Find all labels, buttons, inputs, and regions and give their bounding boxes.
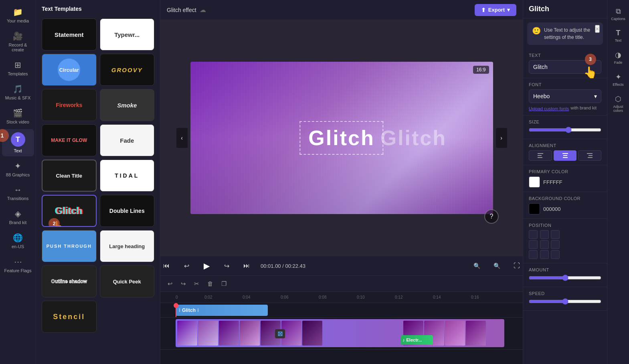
- sidebar-label-music: Music & SFX: [5, 95, 31, 100]
- canvas-glitch-text[interactable]: Glitch: [299, 121, 383, 155]
- duplicate-button[interactable]: ❐: [219, 279, 229, 289]
- template-large-heading[interactable]: Large heading: [100, 230, 155, 262]
- sidebar-item-templates[interactable]: ⊞ Templates: [2, 57, 34, 79]
- cut-button[interactable]: ✂: [192, 279, 202, 289]
- fullscreen-button[interactable]: ⛶: [511, 260, 523, 272]
- svg-rect-8: [588, 157, 593, 158]
- audio-clip[interactable]: ♪ Electr...: [401, 335, 433, 345]
- skip-back-button[interactable]: ⏮: [160, 260, 172, 272]
- canvas-nav-right-button[interactable]: ›: [496, 128, 507, 148]
- template-statement[interactable]: Statement: [42, 18, 97, 51]
- sidebar-label-text: Text: [14, 148, 22, 153]
- align-left-button[interactable]: [529, 150, 552, 161]
- delete-button[interactable]: 🗑: [205, 279, 216, 289]
- upload-fonts-link[interactable]: Upload custom fonts: [529, 106, 569, 111]
- playhead[interactable]: [176, 303, 176, 317]
- playhead-top: [174, 303, 178, 308]
- pos-top-center[interactable]: [540, 230, 549, 239]
- template-fade[interactable]: Fade: [100, 124, 155, 156]
- primary-color-value: FFFFFF: [543, 179, 562, 185]
- captions-tool[interactable]: ⧉ Captions: [609, 4, 628, 24]
- music-icon: 🎵: [13, 84, 23, 94]
- canvas-nav-left-button[interactable]: ‹: [176, 128, 188, 148]
- primary-color-section: Primary Color FFFFFF: [523, 165, 607, 192]
- sidebar-item-record[interactable]: 🎥 Record & create: [2, 28, 34, 55]
- sidebar-item-transitions[interactable]: ↔ Transitions: [2, 182, 34, 204]
- pos-top-right[interactable]: [551, 230, 560, 239]
- sidebar-item-feature-flags[interactable]: ⋯ Feature Flags: [2, 254, 34, 276]
- template-push-through[interactable]: PUSH THROUGH: [42, 230, 97, 262]
- template-make-it-glow[interactable]: MAKE IT GLOW: [42, 124, 97, 156]
- template-quick-peek[interactable]: Quick Peek: [100, 265, 155, 297]
- redo-button[interactable]: ↪: [178, 279, 188, 289]
- clip-handle-left: ⁞: [179, 307, 180, 313]
- fade-label: Fade: [614, 61, 623, 65]
- sidebar-item-text[interactable]: 1 T Text 👆: [2, 129, 34, 156]
- effects-icon: ✦: [615, 73, 621, 81]
- template-clean-title[interactable]: Clean Title: [42, 160, 97, 192]
- tooltip-box: 🙂 Use Text to adjust the settings of the…: [527, 22, 603, 45]
- align-right-button[interactable]: [578, 150, 601, 161]
- tooltip-emoji: 🙂: [532, 26, 541, 35]
- text-section: Text 3 👆: [523, 49, 607, 78]
- adjust-colors-tool[interactable]: ⬡ Adjust colors: [609, 91, 628, 116]
- export-button[interactable]: ⬆ Export ▾: [475, 4, 516, 16]
- sidebar-item-brand-kit[interactable]: ◈ Brand kit: [2, 206, 34, 228]
- forward-button[interactable]: ↪: [220, 260, 233, 272]
- video-thumbnail-11: [466, 321, 486, 346]
- pos-top-left[interactable]: [529, 230, 538, 239]
- template-tidal[interactable]: TIDAL: [100, 160, 155, 192]
- template-double-lines[interactable]: Double Lines: [100, 195, 155, 227]
- zoom-out-button[interactable]: 🔍: [471, 260, 483, 272]
- sidebar-item-locale[interactable]: 🌐 en-US: [2, 230, 34, 252]
- sidebar-label-templates: Templates: [8, 71, 28, 76]
- font-selector[interactable]: Heebo ▾: [529, 89, 601, 103]
- template-typewriter[interactable]: Typewr...: [100, 18, 155, 51]
- text-tool[interactable]: T Text: [609, 26, 628, 46]
- speed-label: Speed: [529, 291, 601, 296]
- glitch-clip[interactable]: ⁞ Glitch ⁞: [176, 305, 268, 316]
- undo-button[interactable]: ↩: [165, 279, 175, 289]
- pos-mid-center[interactable]: [540, 240, 549, 249]
- skip-forward-button[interactable]: ⏭: [241, 260, 253, 272]
- template-circular[interactable]: Circular: [42, 54, 97, 86]
- tooltip-close-button[interactable]: ×: [595, 25, 600, 33]
- sidebar-item-graphics[interactable]: ✦ 88 Graphics: [2, 158, 34, 180]
- template-outline-shadow[interactable]: Outline shadow: [42, 265, 97, 297]
- template-smoke[interactable]: Smoke: [100, 89, 155, 121]
- pos-mid-right[interactable]: [551, 240, 560, 249]
- sidebar-label-transitions: Transitions: [7, 196, 28, 201]
- sidebar-item-your-media[interactable]: 📁 Your media: [2, 4, 34, 26]
- size-slider[interactable]: [529, 127, 601, 133]
- effects-tool[interactable]: ✦ Effects: [609, 69, 628, 90]
- play-button[interactable]: ▶: [200, 260, 212, 272]
- amount-slider[interactable]: [529, 275, 601, 281]
- fade-tool[interactable]: ◑ Fade: [609, 47, 628, 68]
- template-fireworks-label: Fireworks: [56, 102, 82, 108]
- playback-bar: ⏮ ↩ ▶ ↪ ⏭ 00:01.00 / 00:22.43 🔍 🔍 ⛶: [160, 256, 523, 276]
- template-glitch[interactable]: Glitch 👆 2: [42, 195, 97, 227]
- project-title: Glitch effect ☁: [167, 6, 206, 14]
- pos-bot-left[interactable]: [529, 250, 538, 259]
- video-clip[interactable]: ⊠: [176, 319, 504, 347]
- pos-mid-left[interactable]: [529, 240, 538, 249]
- sidebar-item-music[interactable]: 🎵 Music & SFX: [2, 81, 34, 103]
- primary-color-swatch[interactable]: [529, 176, 540, 188]
- templates-panel: Text Templates Statement Typewr... Circu…: [36, 0, 160, 364]
- align-center-button[interactable]: [554, 150, 577, 161]
- speed-slider[interactable]: [529, 298, 601, 305]
- templates-grid: Statement Typewr... Circular GROOVY Fire…: [36, 15, 160, 336]
- sidebar-item-stock-video[interactable]: 🎬 Stock video: [2, 105, 34, 127]
- template-stencil[interactable]: Stencil: [42, 301, 97, 333]
- svg-rect-1: [538, 155, 542, 156]
- pos-bot-right[interactable]: [551, 250, 560, 259]
- bg-color-swatch[interactable]: [529, 203, 540, 214]
- rewind-button[interactable]: ↩: [180, 260, 192, 272]
- svg-rect-2: [538, 157, 542, 158]
- canvas-glitch-shadow: Glitch: [380, 126, 447, 150]
- help-button[interactable]: ?: [484, 209, 499, 224]
- template-groovy[interactable]: GROOVY: [100, 54, 155, 86]
- template-fireworks[interactable]: Fireworks: [42, 89, 97, 121]
- pos-bot-center[interactable]: [540, 250, 549, 259]
- zoom-in-button[interactable]: 🔍: [491, 260, 503, 272]
